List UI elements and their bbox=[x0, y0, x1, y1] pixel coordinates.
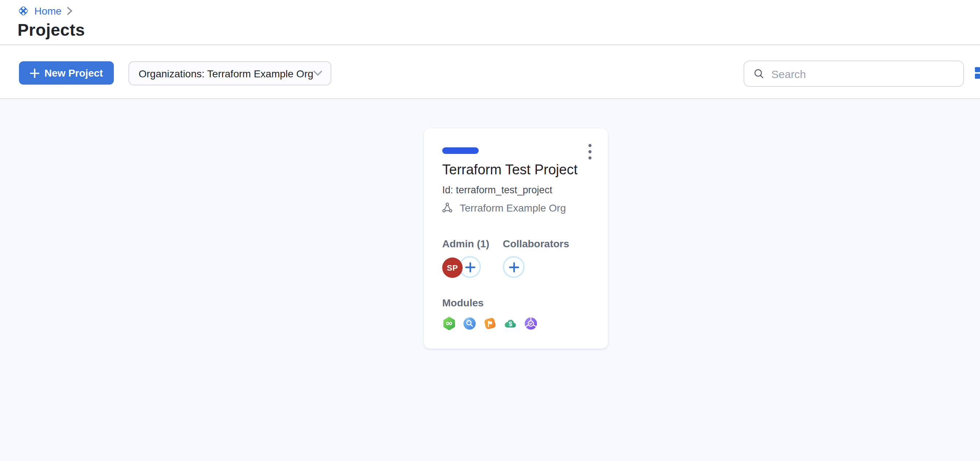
search-box bbox=[744, 60, 964, 87]
modules-row: $ bbox=[442, 316, 538, 331]
infinity-module-icon[interactable] bbox=[442, 316, 456, 331]
admin-avatar[interactable]: SP bbox=[442, 258, 463, 278]
new-project-button[interactable]: New Project bbox=[19, 61, 114, 84]
project-organization-name: Terraform Example Org bbox=[460, 202, 566, 214]
project-card: Terraform Test Project Id: terraform_tes… bbox=[424, 129, 608, 349]
new-project-label: New Project bbox=[45, 67, 103, 79]
dollar-cloud-module-icon[interactable]: $ bbox=[503, 316, 517, 331]
modules-section-label: Modules bbox=[442, 297, 484, 308]
collaborators-section-label: Collaborators bbox=[503, 238, 569, 250]
breadcrumb-home-label: Home bbox=[34, 5, 62, 17]
grid-square bbox=[975, 67, 980, 72]
search-icon bbox=[753, 68, 765, 79]
grid-square bbox=[975, 74, 980, 79]
plus-icon bbox=[508, 262, 519, 272]
project-organization-link[interactable]: Terraform Example Org bbox=[441, 202, 566, 214]
organization-icon bbox=[441, 202, 453, 214]
grid-view-toggle[interactable] bbox=[975, 67, 980, 79]
viewport: Home Projects New Project Organizations:… bbox=[0, 0, 980, 461]
search-input[interactable] bbox=[771, 67, 955, 80]
project-title[interactable]: Terraform Test Project bbox=[442, 162, 578, 178]
breadcrumb-home-link[interactable]: Home bbox=[34, 5, 62, 17]
plus-icon bbox=[30, 68, 40, 78]
toolbar: New Project Organizations: Terraform Exa… bbox=[0, 46, 980, 99]
projects-content-area: Terraform Test Project Id: terraform_tes… bbox=[0, 100, 980, 461]
check-pie-module-icon[interactable] bbox=[524, 316, 538, 331]
flag-module-icon[interactable] bbox=[483, 316, 497, 331]
page-header: Home Projects bbox=[0, 0, 980, 45]
chevron-down-icon bbox=[313, 70, 323, 76]
app: Home Projects New Project Organizations:… bbox=[0, 0, 980, 461]
project-color-pill bbox=[442, 147, 479, 154]
app-logo-icon bbox=[18, 5, 29, 17]
plus-icon bbox=[465, 262, 476, 272]
add-collaborator-button[interactable] bbox=[503, 256, 525, 278]
project-menu-button[interactable] bbox=[582, 142, 598, 161]
admin-section-label: Admin (1) bbox=[442, 238, 489, 250]
magnifier-module-icon[interactable] bbox=[463, 316, 477, 331]
chevron-right-icon bbox=[67, 6, 73, 15]
svg-text:$: $ bbox=[509, 321, 512, 327]
page-title: Projects bbox=[18, 21, 85, 40]
organizations-filter-dropdown[interactable]: Organizations: Terraform Example Org bbox=[129, 61, 331, 85]
kebab-menu-icon bbox=[588, 144, 592, 160]
project-id: Id: terraform_test_project bbox=[442, 184, 552, 196]
organizations-filter-label: Organizations: Terraform Example Org bbox=[138, 67, 313, 79]
breadcrumb: Home bbox=[18, 5, 73, 17]
